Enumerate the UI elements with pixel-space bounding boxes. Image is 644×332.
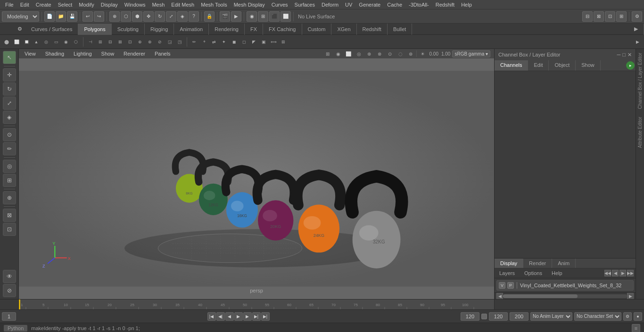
tab-xgen[interactable]: XGen xyxy=(331,24,356,35)
sphere-icon[interactable]: ⬤ xyxy=(2,37,11,47)
transfer-icon[interactable]: ⇄ xyxy=(209,37,219,47)
settings-btn[interactable]: ⚙ xyxy=(632,11,642,22)
viewport-menu-view[interactable]: View xyxy=(23,50,38,57)
timeline-ruler[interactable]: 1 5 10 15 20 25 30 35 40 xyxy=(19,300,494,310)
tab-rigging[interactable]: Rigging xyxy=(145,24,174,35)
cone-icon[interactable]: ▲ xyxy=(32,37,41,47)
bridge-icon[interactable]: ⊟ xyxy=(106,37,115,47)
tab-display[interactable]: Display xyxy=(495,259,523,268)
soft-select-left-btn[interactable]: ⊙ xyxy=(3,128,16,141)
viewport-menu-renderer[interactable]: Renderer xyxy=(122,50,147,57)
show-ui-btn[interactable]: ◉ xyxy=(247,11,257,22)
vp-icon-3[interactable]: ⬜ xyxy=(344,49,353,58)
scale-tool-left-btn[interactable]: ⤢ xyxy=(3,97,16,110)
tab-custom[interactable]: Custom xyxy=(302,24,332,35)
open-file-btn[interactable]: 📁 xyxy=(56,11,66,22)
layer-scrollbar[interactable]: ◀ ▶ xyxy=(495,292,636,299)
platonic-icon[interactable]: ⬡ xyxy=(71,37,81,47)
combine-icon[interactable]: ⊕ xyxy=(135,37,145,47)
layer-scroll-right[interactable]: ▶ xyxy=(627,293,634,300)
mirror-icon[interactable]: ⊣ xyxy=(86,37,95,47)
extrude-icon[interactable]: ⊞ xyxy=(96,37,105,47)
tab-edit[interactable]: Edit xyxy=(528,60,549,71)
vp-exposure-icon[interactable]: ☀ xyxy=(418,49,427,58)
anim-total-input[interactable] xyxy=(510,312,528,321)
settings-btn-bottom[interactable]: ⚙ xyxy=(623,312,632,321)
vp-icon-1[interactable]: ⊞ xyxy=(323,49,332,58)
vp-icon-7[interactable]: ⊙ xyxy=(385,49,395,58)
tab-curves-surfaces[interactable]: Curves / Surfaces xyxy=(25,24,78,35)
viewport-menu-panels[interactable]: Panels xyxy=(153,50,173,57)
snap-point-btn[interactable]: ◎ xyxy=(3,160,16,173)
menu-mesh-tools[interactable]: Mesh Tools xyxy=(198,1,230,8)
channel-box-minimize-btn[interactable]: ─ xyxy=(617,52,621,58)
cylinder-icon[interactable]: 🔲 xyxy=(22,37,31,47)
cleanup-icon[interactable]: ✦ xyxy=(219,37,229,47)
quad-icon[interactable]: ▣ xyxy=(259,37,268,47)
workspace-btn[interactable]: ⊟ xyxy=(582,11,593,22)
rotate-tool-left-btn[interactable]: ↻ xyxy=(3,82,16,96)
select-tool-btn[interactable]: ⬡ xyxy=(121,11,131,22)
layout-btn-1[interactable]: ⊠ xyxy=(594,11,604,22)
universal-tool-left-btn[interactable]: ◈ xyxy=(3,111,16,124)
fill-holes-icon[interactable]: ⊡ xyxy=(125,37,135,47)
menu-surfaces[interactable]: Surfaces xyxy=(291,1,318,8)
tab-settings-icon[interactable]: ⚙ xyxy=(14,26,25,32)
vp-colorspace-btn[interactable]: sRGB gamma ▾ xyxy=(452,50,490,57)
menu-cache[interactable]: Cache xyxy=(384,1,405,8)
tab-bullet[interactable]: Bullet xyxy=(388,24,413,35)
playback-frame-end-btn[interactable]: ▶| xyxy=(261,312,270,321)
menu-help[interactable]: Help xyxy=(458,1,475,8)
tab-sculpting[interactable]: Sculpting xyxy=(112,24,145,35)
channel-box-close-btn[interactable]: ✕ xyxy=(627,52,632,58)
vertical-tab-attribute-editor[interactable]: Attribute Editor xyxy=(636,113,644,152)
cube-icon[interactable]: ⬜ xyxy=(12,37,21,47)
shelf-end-icon[interactable]: ▶ xyxy=(633,37,642,47)
tab-fx[interactable]: FX xyxy=(245,24,263,35)
vp-icon-9[interactable]: ⊛ xyxy=(406,49,415,58)
character-set-dropdown[interactable]: No Character Set xyxy=(574,312,621,321)
channel-box-nav-icon[interactable]: ▸ xyxy=(626,61,635,70)
menu-redshift[interactable]: Redshift xyxy=(432,1,458,8)
tab-redshift[interactable]: Redshift xyxy=(357,24,388,35)
vp-icon-6[interactable]: ⊗ xyxy=(375,49,384,58)
vp-icon-4[interactable]: ◎ xyxy=(354,49,363,58)
reduce-icon[interactable]: ◼ xyxy=(229,37,239,47)
layer-scroll-left[interactable]: ◀ xyxy=(496,293,503,300)
triangulate-icon[interactable]: ◤ xyxy=(249,37,258,47)
tab-rendering[interactable]: Rendering xyxy=(209,24,245,35)
transform-handle-btn[interactable]: ⊕ xyxy=(3,191,16,204)
new-file-btn[interactable]: 📄 xyxy=(44,11,55,22)
layer-eye-btn[interactable]: 👁 xyxy=(3,270,16,283)
rotate-tool-btn[interactable]: ↻ xyxy=(155,11,165,22)
menu-select[interactable]: Select xyxy=(55,1,76,8)
playback-play-btn[interactable]: ▶ xyxy=(234,312,243,321)
separate-icon[interactable]: ⊗ xyxy=(145,37,155,47)
menu-generate[interactable]: Generate xyxy=(355,1,384,8)
layer-p-btn[interactable]: P xyxy=(507,282,514,289)
boolean-icon[interactable]: ⊘ xyxy=(155,37,165,47)
viewport[interactable]: View Shading Lighting Show Renderer Pane… xyxy=(19,49,494,299)
show-grid-btn[interactable]: ⊞ xyxy=(258,11,268,22)
scale-tool-btn[interactable]: ⤢ xyxy=(166,11,176,22)
paint-sel-btn[interactable]: ✏ xyxy=(3,142,16,155)
render-btn[interactable]: 🎬 xyxy=(220,11,230,22)
tab-fx-caching[interactable]: FX Caching xyxy=(263,24,302,35)
menu-mesh-display[interactable]: Mesh Display xyxy=(231,1,268,8)
menu-3dtoa[interactable]: -3DtoAll- xyxy=(405,1,432,8)
playback-next-key-btn[interactable]: ▶| xyxy=(252,312,261,321)
undo-btn[interactable]: ↩ xyxy=(83,11,93,22)
python-tab[interactable]: Python xyxy=(4,325,27,332)
move-tool-btn[interactable]: ✥ xyxy=(143,11,154,22)
layer-arrow-left-2[interactable]: ◀ xyxy=(612,270,619,276)
ipr-btn[interactable]: ▶ xyxy=(231,11,241,22)
auto-key-btn[interactable]: ● xyxy=(634,312,642,321)
menu-deform[interactable]: Deform xyxy=(318,1,342,8)
layer-scrollbar-track[interactable] xyxy=(503,294,627,298)
vertical-tab-channel-box[interactable]: Channel Box / Layer Editor xyxy=(636,49,644,113)
torus-icon[interactable]: ◎ xyxy=(41,37,51,47)
retopo-icon[interactable]: ⊞ xyxy=(279,37,288,47)
vp-icon-2[interactable]: ◉ xyxy=(333,49,343,58)
menu-edit-mesh[interactable]: Edit Mesh xyxy=(168,1,198,8)
paint-icon[interactable]: ✏ xyxy=(190,37,199,47)
